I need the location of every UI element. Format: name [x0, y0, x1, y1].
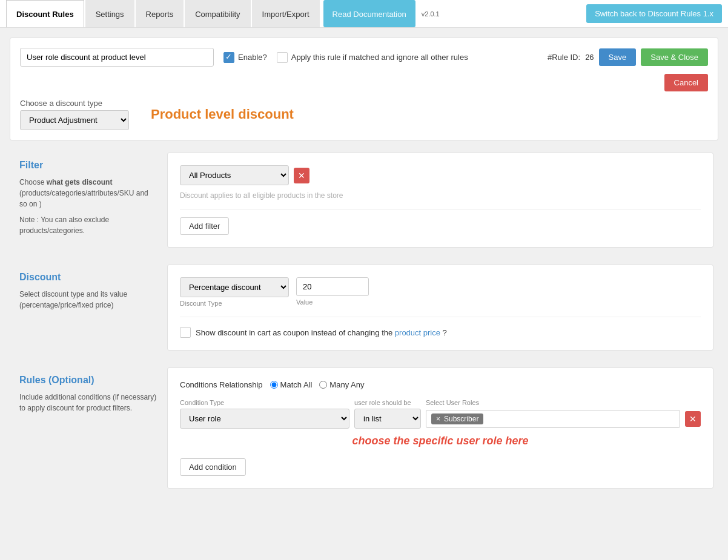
discount-type-input-label: Discount Type [180, 300, 289, 307]
filter-row: All Products Specific Products Product C… [180, 165, 701, 185]
many-any-label: Many Any [329, 380, 364, 389]
discount-value-container: Value [296, 277, 369, 306]
discount-type-select[interactable]: Product Adjustment Cart Discount Buy X G… [20, 110, 129, 130]
filter-section-left: Filter Choose what gets discount (produc… [10, 148, 167, 252]
conditions-relationship-row: Conditions Relationship Match All Many A… [180, 380, 701, 389]
tab-settings[interactable]: Settings [85, 0, 134, 27]
condition-type-col-label: Condition Type [180, 399, 349, 406]
condition-type-select[interactable]: User role User email User meta Purchase … [180, 409, 349, 429]
filter-section: Filter Choose what gets discount (produc… [10, 148, 718, 252]
condition-op-col-label: user role should be [354, 399, 421, 406]
main-content: User role discount at product level Enab… [0, 28, 728, 510]
subscriber-tag[interactable]: × Subscriber [431, 413, 483, 424]
rule-name-row: User role discount at product level Enab… [20, 48, 708, 67]
rules-section-left: Rules (Optional) Include additional cond… [10, 363, 167, 493]
save-close-button[interactable]: Save & Close [641, 48, 708, 66]
choose-role-hint: choose the specific user role here [180, 435, 701, 447]
version-badge: v2.0.1 [422, 10, 440, 18]
tab-import-export[interactable]: Import/Export [252, 0, 320, 27]
tab-discount-rules[interactable]: Discount Rules [6, 0, 84, 27]
discount-type-label: Choose a discount type [20, 99, 129, 108]
filter-divider [180, 209, 701, 210]
save-button[interactable]: Save [599, 48, 637, 66]
discount-type-container: Choose a discount type Product Adjustmen… [20, 99, 129, 130]
coupon-checkbox[interactable] [180, 327, 191, 338]
discount-description: Select discount type and its value (perc… [19, 289, 157, 311]
cancel-button[interactable]: Cancel [664, 74, 708, 91]
filter-hint: Discount applies to all eligible product… [180, 191, 701, 200]
condition-remove-button[interactable]: ✕ [685, 411, 701, 427]
filter-heading: Filter [19, 160, 157, 171]
product-level-heading: Product level discount [151, 107, 294, 122]
discount-value-input[interactable] [296, 277, 369, 296]
discount-section-right: Percentage discount Fixed discount Fixed… [167, 265, 713, 351]
match-all-label: Match All [280, 380, 313, 389]
enable-label: Enable? [238, 53, 267, 62]
conditions-relationship-label: Conditions Relationship [180, 380, 263, 389]
discount-type-dropdown[interactable]: Percentage discount Fixed discount Fixed… [180, 277, 289, 297]
enable-checkbox[interactable] [223, 52, 234, 63]
rule-name-section: User role discount at product level Enab… [10, 38, 718, 140]
discount-value-label: Value [296, 298, 369, 306]
subscriber-x[interactable]: × [436, 415, 440, 423]
condition-row: User role User email User meta Purchase … [180, 409, 701, 429]
rules-section: Rules (Optional) Include additional cond… [10, 363, 718, 493]
rule-id-number: 26 [585, 53, 594, 62]
rules-section-right: Conditions Relationship Match All Many A… [167, 367, 713, 489]
apply-rule-checkbox[interactable] [277, 52, 288, 63]
condition-labels-row: Condition Type user role should be Selec… [180, 399, 701, 406]
product-price-link: product price [395, 328, 440, 337]
match-all-radio[interactable] [270, 381, 278, 389]
condition-op-select[interactable]: in list not in list [354, 409, 421, 429]
subscriber-label: Subscriber [444, 415, 478, 423]
discount-section: Discount Select discount type and its va… [10, 260, 718, 355]
tab-compatibility[interactable]: Compatibility [185, 0, 250, 27]
discount-inputs-row: Percentage discount Fixed discount Fixed… [180, 277, 701, 307]
rules-description: Include additional conditions (if necess… [19, 392, 157, 413]
rule-id-area: #Rule ID: 26 Save Save & Close [548, 48, 708, 66]
filter-bold: what gets discount [47, 178, 113, 186]
coupon-row: Show discount in cart as coupon instead … [180, 317, 701, 338]
discount-type-row: Choose a discount type Product Adjustmen… [20, 99, 708, 130]
tab-read-documentation[interactable]: Read Documentation [323, 0, 415, 27]
match-all-radio-label[interactable]: Match All [270, 380, 313, 389]
filter-note: Note : You can also exclude products/cat… [19, 214, 157, 236]
switch-version-button[interactable]: Switch back to Discount Rules 1.x [586, 4, 722, 23]
condition-val-col-label: Select User Roles [426, 399, 479, 406]
rule-name-input[interactable]: User role discount at product level [20, 48, 214, 67]
discount-type-dropdown-container: Percentage discount Fixed discount Fixed… [180, 277, 289, 307]
discount-heading: Discount [19, 272, 157, 283]
discount-section-left: Discount Select discount type and its va… [10, 260, 167, 355]
add-filter-button[interactable]: Add filter [180, 217, 229, 235]
top-nav: Discount Rules Settings Reports Compatib… [0, 0, 728, 28]
filter-description: Choose what gets discount (products/cate… [19, 177, 157, 209]
apply-rule-row: Apply this rule if matched and ignore al… [277, 52, 468, 63]
many-any-radio-label[interactable]: Many Any [319, 380, 364, 389]
add-condition-button[interactable]: Add condition [180, 458, 246, 476]
apply-rule-label: Apply this rule if matched and ignore al… [291, 53, 468, 62]
rules-heading: Rules (Optional) [19, 375, 157, 386]
filter-remove-button[interactable]: ✕ [294, 168, 309, 183]
filter-section-right: All Products Specific Products Product C… [167, 153, 713, 248]
coupon-label: Show discount in cart as coupon instead … [196, 328, 447, 337]
rule-id-label: #Rule ID: [548, 53, 580, 62]
many-any-radio[interactable] [319, 381, 327, 389]
condition-value-area: × Subscriber [426, 410, 680, 428]
tab-reports[interactable]: Reports [136, 0, 184, 27]
enable-row: Enable? [223, 52, 267, 63]
filter-product-select[interactable]: All Products Specific Products Product C… [180, 165, 289, 185]
